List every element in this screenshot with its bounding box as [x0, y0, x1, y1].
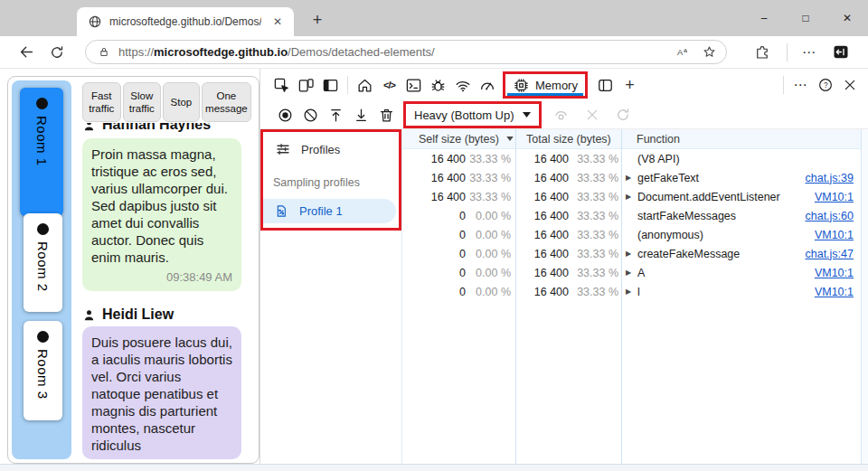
table-row[interactable]: 0 0.00 % 16 400 33.33 % ▶ l VM10:1 — [402, 282, 868, 301]
home-icon[interactable] — [353, 72, 377, 98]
device-emulation-icon[interactable] — [294, 72, 318, 98]
fast-traffic-button[interactable]: Fast traffic — [82, 82, 121, 122]
active-tab-underline — [507, 93, 583, 96]
url-field[interactable]: https://microsoftedge.github.io/Demos/de… — [85, 40, 727, 64]
expand-arrow-icon[interactable]: ▶ — [626, 250, 637, 258]
debugger-icon[interactable] — [426, 72, 450, 98]
table-row[interactable]: 0 0.00 % 16 400 33.33 % ▶ A VM10:1 — [402, 263, 868, 282]
total-size-value: 16 400 — [515, 248, 571, 260]
total-size-percent: 33.33 % — [571, 286, 621, 298]
minimize-button[interactable]: – — [743, 0, 785, 36]
favorites-star-icon[interactable] — [702, 44, 717, 60]
browser-titlebar: microsoftedge.github.io/Demos/c ✕ + – □ … — [0, 0, 868, 36]
load-profile-icon[interactable] — [323, 102, 348, 127]
table-row[interactable]: 16 400 33.33 % 16 400 33.33 % ▶ Document… — [402, 187, 868, 206]
dock-panel-icon[interactable] — [318, 72, 343, 98]
column-header-total-size[interactable]: Total size (bytes) — [515, 133, 621, 146]
source-link[interactable]: VM10:1 — [815, 229, 854, 241]
source-link[interactable]: VM10:1 — [815, 191, 854, 203]
table-row[interactable]: 0 0.00 % 16 400 33.33 % ▶ (anonymous) VM… — [402, 225, 868, 244]
room-label: Room 2 — [35, 241, 51, 292]
maximize-button[interactable]: □ — [785, 0, 826, 36]
clear-icon[interactable] — [297, 102, 323, 127]
column-header-self-size[interactable]: Self size (bytes) — [402, 133, 515, 146]
self-size-percent: 33.33 % — [466, 172, 515, 184]
stop-button[interactable]: Stop — [163, 82, 200, 122]
toolbar-divider — [347, 76, 348, 94]
self-size-percent: 0.00 % — [466, 210, 515, 222]
toolbar-right: ⋯ — [736, 39, 856, 66]
devtools-more-icon[interactable]: ⋯ — [788, 72, 813, 98]
self-size-value: 0 — [402, 286, 466, 298]
source-link[interactable]: VM10:1 — [815, 286, 854, 298]
room-tab-1[interactable]: Room 1 — [20, 88, 63, 216]
expand-arrow-icon[interactable]: ▶ — [626, 268, 637, 277]
total-size-value: 16 400 — [515, 286, 571, 298]
expand-arrow-icon[interactable]: ▶ — [626, 287, 637, 296]
table-scrollbar[interactable] — [861, 129, 868, 464]
slow-traffic-button[interactable]: Slow traffic — [123, 82, 162, 122]
help-icon[interactable]: ? — [813, 72, 837, 98]
room-label: Room 1 — [34, 116, 50, 166]
network-icon[interactable] — [450, 72, 475, 98]
expand-arrow-icon[interactable]: ▶ — [626, 174, 637, 182]
save-profile-icon[interactable] — [348, 102, 373, 127]
profiles-title: Profiles — [301, 143, 340, 156]
room-dot-icon — [37, 331, 49, 343]
message-author: Hannah Haynes — [102, 123, 211, 133]
expand-arrow-icon[interactable]: ▶ — [626, 193, 637, 201]
function-cell: ▶ A VM10:1 — [621, 267, 861, 279]
table-row[interactable]: 0 0.00 % 16 400 33.33 % ▶ startFakeMessa… — [402, 206, 868, 225]
profiles-highlight-box: Profiles Sampling profiles Profile 1 — [260, 129, 401, 231]
browser-tab[interactable]: microsoftedge.github.io/Demos/c ✕ — [77, 7, 294, 36]
performance-icon[interactable] — [475, 72, 499, 98]
profile-view-dropdown[interactable]: Heavy (Bottom Up) — [403, 101, 542, 128]
room-dot-icon — [36, 98, 48, 109]
source-link[interactable]: chat.js:39 — [805, 172, 854, 184]
sidebar-toggle-icon[interactable] — [826, 39, 856, 66]
tab-close-icon[interactable]: ✕ — [269, 14, 287, 30]
column-divider — [621, 129, 622, 464]
chat-column: Fast traffic Slow traffic Stop One messa… — [80, 77, 259, 463]
self-size-value: 0 — [402, 210, 466, 222]
self-size-percent: 0.00 % — [466, 229, 515, 241]
table-row[interactable]: 16 400 33.33 % 16 400 33.33 % ▶ (V8 API) — [402, 149, 868, 168]
total-size-percent: 33.33 % — [571, 191, 621, 203]
self-size-percent: 0.00 % — [466, 286, 515, 298]
delete-profile-icon[interactable] — [373, 102, 399, 127]
function-name: A — [637, 267, 645, 279]
add-panel-icon[interactable]: + — [618, 72, 642, 98]
profiler-table: Self size (bytes) Total size (bytes) Fun… — [401, 129, 868, 464]
profile-item-selected[interactable]: Profile 1 — [263, 199, 396, 223]
table-row[interactable]: 16 400 33.33 % 16 400 33.33 % ▶ getFakeT… — [402, 168, 868, 187]
source-link[interactable]: chat.js:47 — [805, 248, 854, 260]
layout-icon[interactable] — [593, 72, 618, 98]
room-tab-3[interactable]: Room 3 — [24, 321, 62, 420]
window-bottom-edge — [0, 464, 868, 471]
source-link[interactable]: chat.js:60 — [805, 210, 854, 222]
room-tab-2[interactable]: Room 2 — [24, 213, 62, 312]
column-header-function[interactable]: Function — [621, 133, 861, 146]
tab-memory[interactable]: Memory — [503, 71, 588, 99]
message-time: 09:38:49 AM — [91, 268, 232, 286]
more-menu-icon[interactable]: ⋯ — [797, 44, 822, 61]
extensions-icon[interactable] — [747, 39, 778, 66]
function-name: Document.addEventListener — [637, 191, 780, 203]
sources-icon[interactable]: </> — [377, 72, 401, 98]
record-icon[interactable] — [272, 102, 297, 127]
message-author-row: Heidi Liew — [82, 306, 251, 323]
inspect-icon[interactable] — [269, 72, 294, 98]
one-message-button[interactable]: One message — [202, 82, 251, 122]
new-tab-button[interactable]: + — [306, 7, 329, 33]
console-icon[interactable] — [401, 72, 426, 98]
read-aloud-icon[interactable]: A — [675, 45, 691, 60]
profiles-header[interactable]: Profiles — [263, 141, 399, 157]
self-size-percent: 33.33 % — [466, 191, 515, 203]
table-row[interactable]: 0 0.00 % 16 400 33.33 % ▶ createFakeMess… — [402, 244, 868, 263]
devtools-close-icon[interactable] — [837, 72, 862, 98]
sort-desc-icon — [506, 137, 514, 141]
source-link[interactable]: VM10:1 — [815, 267, 854, 279]
close-button[interactable]: ✕ — [826, 0, 868, 36]
back-icon[interactable] — [11, 39, 42, 66]
refresh-icon[interactable] — [42, 39, 72, 66]
